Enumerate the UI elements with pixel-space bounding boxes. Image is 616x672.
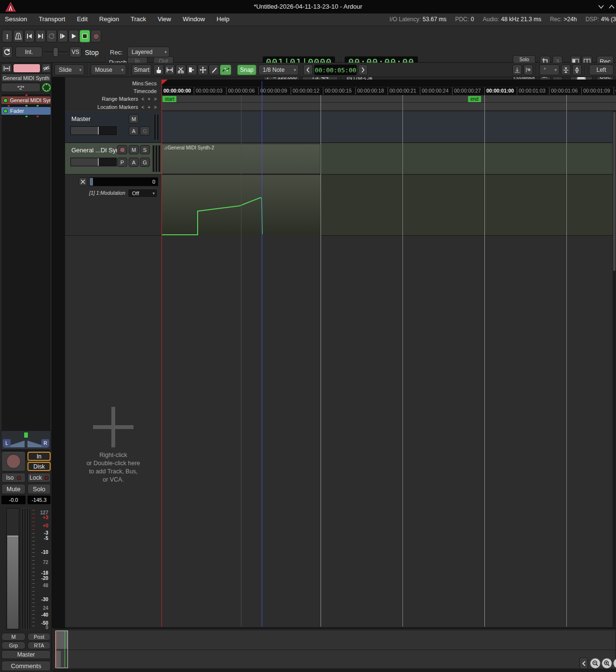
automation-value-bar[interactable]: 0 bbox=[89, 177, 159, 187]
end-marker[interactable]: end bbox=[468, 96, 481, 102]
shuttle-slider-handle[interactable] bbox=[53, 47, 58, 57]
synth-group-button[interactable]: G bbox=[140, 158, 150, 167]
processor-synth[interactable]: General MIDI Synt bbox=[1, 96, 51, 104]
start-marker[interactable]: start bbox=[162, 96, 176, 102]
metering-post-button[interactable]: Post bbox=[27, 633, 51, 641]
processor-fader[interactable]: Fader bbox=[1, 107, 51, 115]
automation-close-button[interactable] bbox=[79, 177, 87, 186]
solo-indicator-button[interactable]: Solo bbox=[513, 55, 536, 63]
zoom-out-button[interactable] bbox=[590, 658, 601, 669]
go-to-start-button[interactable] bbox=[24, 30, 35, 42]
editor-summary[interactable] bbox=[53, 628, 616, 669]
output-button[interactable]: Master bbox=[1, 650, 51, 659]
play-button[interactable] bbox=[68, 30, 79, 42]
strip-io-button[interactable]: *2* bbox=[1, 83, 40, 92]
nudge-forward-button[interactable] bbox=[358, 65, 368, 75]
shuttle-backward-button[interactable] bbox=[2, 46, 13, 58]
processor-active-led[interactable] bbox=[3, 98, 8, 103]
synth-gain-fader[interactable] bbox=[70, 158, 117, 166]
midi-region[interactable]: ♫General MIDI Synth-2 bbox=[161, 144, 321, 174]
track-canvas[interactable]: Master M A G ♫General MIDI Synth-2 Gener… bbox=[65, 111, 616, 627]
menu-transport[interactable]: Transport bbox=[39, 15, 65, 23]
master-track-content[interactable] bbox=[161, 112, 616, 143]
location-add-button[interactable]: + bbox=[147, 105, 150, 110]
strip-width-button[interactable] bbox=[1, 64, 12, 73]
gain-fader[interactable] bbox=[6, 508, 19, 630]
zoom-preset-dropdown[interactable]: * bbox=[539, 65, 560, 75]
record-enable-indicator[interactable] bbox=[13, 64, 40, 73]
menu-session[interactable]: Session bbox=[5, 15, 27, 23]
master-track-name[interactable]: Master bbox=[71, 115, 91, 122]
grab-tool-button[interactable] bbox=[153, 65, 164, 75]
menu-region[interactable]: Region bbox=[99, 15, 119, 23]
synth-automation-button[interactable]: A bbox=[129, 158, 139, 167]
master-gain-fader[interactable] bbox=[70, 126, 117, 135]
editor-vertical-scrollbar[interactable] bbox=[613, 111, 616, 627]
location-markers-ruler[interactable] bbox=[161, 103, 616, 111]
processor-box[interactable] bbox=[1, 94, 51, 461]
menu-edit[interactable]: Edit bbox=[77, 15, 87, 23]
varispeed-button[interactable]: VS bbox=[69, 47, 81, 57]
snap-button[interactable]: Snap bbox=[237, 65, 256, 75]
loop-button[interactable] bbox=[46, 30, 57, 42]
synth-recarm-button[interactable] bbox=[117, 145, 127, 154]
comments-button[interactable]: Comments bbox=[1, 661, 51, 671]
strip-solo-button[interactable]: Solo bbox=[27, 484, 51, 494]
solo-isolate-button[interactable]: Iso bbox=[1, 473, 26, 483]
go-to-end-button[interactable] bbox=[35, 30, 46, 42]
ruler-range-markers-label[interactable]: Range Markers<+> bbox=[102, 96, 157, 102]
stationary-playhead-button[interactable] bbox=[523, 65, 533, 75]
pencil-tool-button[interactable] bbox=[209, 65, 219, 75]
ruler-location-markers-label[interactable]: Location Markers<+> bbox=[97, 104, 157, 110]
automation-mode-dropdown[interactable]: Off bbox=[128, 188, 158, 198]
peak-display[interactable]: -145.3 bbox=[27, 496, 51, 504]
mute-button[interactable]: Mute bbox=[1, 484, 26, 494]
pan-handle[interactable] bbox=[24, 432, 28, 438]
menu-window[interactable]: Window bbox=[183, 15, 205, 23]
add-track-hint[interactable]: Right-clickor Double-click hereto add Tr… bbox=[70, 451, 157, 484]
hide-strip-button[interactable] bbox=[41, 64, 51, 73]
range-next-button[interactable]: > bbox=[154, 96, 157, 102]
minsec-ruler[interactable] bbox=[161, 80, 616, 87]
range-tool-button[interactable] bbox=[164, 65, 175, 75]
master-automation-button[interactable]: A bbox=[129, 126, 139, 135]
summary-view-rectangle[interactable] bbox=[55, 631, 68, 668]
rec-mode-dropdown[interactable]: Layered bbox=[127, 47, 170, 57]
metronome-button[interactable] bbox=[13, 30, 24, 42]
gain-fader-fill[interactable] bbox=[7, 536, 18, 629]
smart-mode-button[interactable]: Smart bbox=[132, 65, 152, 75]
automation-value-handle[interactable] bbox=[90, 178, 93, 186]
record-button[interactable] bbox=[91, 30, 101, 42]
synth-track-header[interactable]: General ...DI Synth M S P A G bbox=[65, 143, 161, 175]
zoom-in-button[interactable] bbox=[602, 658, 612, 669]
grid-dropdown[interactable]: 1/8 Note bbox=[258, 65, 299, 75]
range-add-button[interactable]: + bbox=[147, 96, 150, 102]
shuttle-mode-button[interactable]: Int. bbox=[15, 47, 42, 57]
midi-input-knob[interactable] bbox=[42, 83, 51, 92]
panner[interactable]: L R bbox=[1, 430, 51, 450]
nudge-clock[interactable]: 00:00:05:00 bbox=[314, 65, 357, 75]
shrink-tracks-button[interactable] bbox=[561, 65, 571, 75]
rta-button[interactable]: RTA bbox=[27, 642, 51, 649]
track-record-arm-button[interactable] bbox=[1, 451, 26, 471]
cut-tool-button[interactable] bbox=[175, 65, 186, 75]
location-next-button[interactable]: > bbox=[154, 105, 157, 110]
ruler-minsec-label[interactable]: Mins:Secs bbox=[132, 81, 157, 86]
group-button[interactable]: Grp bbox=[1, 642, 26, 649]
ruler-timecode-label[interactable]: Timecode bbox=[134, 88, 157, 94]
menu-help[interactable]: Help bbox=[216, 15, 229, 23]
synth-playlist-button[interactable]: P bbox=[117, 158, 127, 167]
location-prev-button[interactable]: < bbox=[141, 105, 144, 110]
synth-solo-button[interactable]: S bbox=[140, 145, 150, 154]
automation-lane-content[interactable] bbox=[161, 175, 616, 236]
automation-lane-header[interactable]: 0 [1] 1:Modulation Off bbox=[65, 175, 161, 236]
synth-track-name[interactable]: General ...DI Synth bbox=[71, 147, 125, 154]
edit-mode-dropdown[interactable]: Slide bbox=[54, 65, 84, 75]
nudge-back-button[interactable] bbox=[303, 65, 313, 75]
scrollbar-handle[interactable] bbox=[613, 112, 616, 271]
gain-display[interactable]: -0.0 bbox=[1, 496, 26, 504]
menu-view[interactable]: View bbox=[158, 15, 171, 23]
draw-automation-tool-button[interactable] bbox=[220, 65, 231, 75]
summary-scroll-left-button[interactable] bbox=[579, 658, 588, 669]
stretch-tool-button[interactable] bbox=[187, 65, 197, 75]
